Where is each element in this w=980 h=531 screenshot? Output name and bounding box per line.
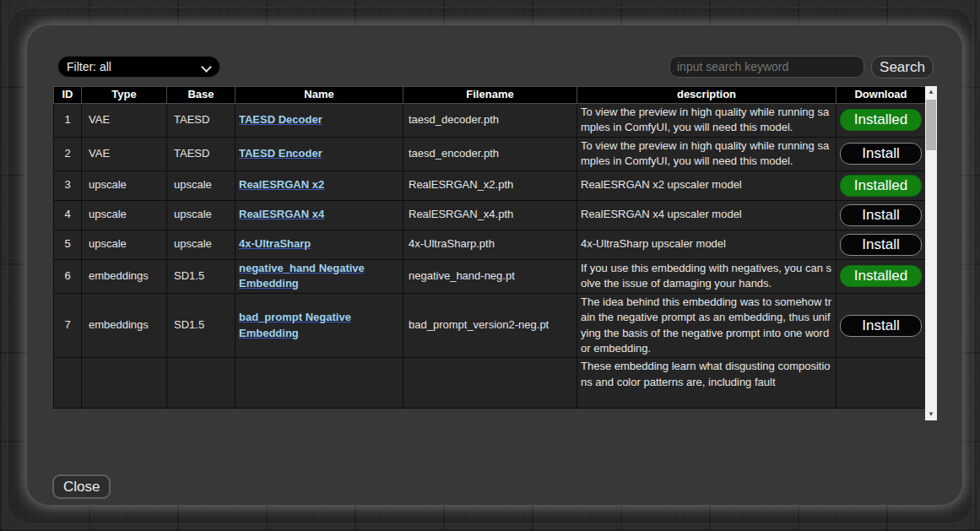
table-row: 4 upscale upscale RealESRGAN x4 RealESRG… (54, 200, 926, 230)
search-button[interactable]: Search (871, 56, 934, 79)
cell-filename: 4x-UltraSharp.pth (403, 230, 577, 259)
cell-type: VAE (82, 137, 167, 171)
cell-filename: RealESRGAN_x4.pth (403, 200, 577, 230)
search-input[interactable] (669, 56, 864, 78)
cell-base: TAESD (167, 103, 236, 137)
cell-filename: RealESRGAN_x2.pth (403, 171, 577, 200)
header-download: Download (837, 87, 926, 104)
cell-id: 2 (54, 137, 82, 171)
header-base: Base (167, 87, 236, 104)
cell-description: To view the preview in high quality whil… (577, 103, 837, 137)
cell-base: SD1.5 (167, 293, 236, 358)
table-row: 2 VAE TAESD TAESD Encoder taesd_encoder.… (54, 137, 926, 171)
close-button[interactable]: Close (52, 474, 111, 499)
header-description: description (577, 87, 837, 104)
cell-filename: taesd_encoder.pth (403, 137, 577, 171)
download-button[interactable]: Installed (840, 265, 922, 287)
download-button[interactable]: Install (840, 315, 922, 337)
cell-filename: taesd_decoder.pth (403, 103, 577, 137)
dialog-toolbar: Filter: all Search (52, 56, 937, 79)
filter-select-wrap: Filter: all (57, 56, 220, 78)
download-button[interactable]: Install (840, 234, 922, 256)
cell-type: embeddings (82, 293, 167, 358)
cell-id (54, 358, 82, 409)
model-name-link[interactable]: RealESRGAN x2 (239, 178, 324, 191)
scroll-down-icon[interactable]: ▼ (925, 409, 937, 420)
cell-id: 1 (54, 103, 82, 137)
cell-description: These embedding learn what disgusting co… (577, 358, 837, 409)
table-scrollbar[interactable]: ▲ ▼ (925, 86, 937, 420)
models-table: ID Type Base Name Filename description D… (53, 86, 926, 409)
download-button[interactable]: Install (840, 204, 922, 226)
table-row: 1 VAE TAESD TAESD Decoder taesd_decoder.… (54, 103, 926, 137)
table-row: 3 upscale upscale RealESRGAN x2 RealESRG… (54, 171, 926, 200)
cell-type: embeddings (82, 259, 167, 293)
cell-base: SD1.5 (167, 259, 236, 293)
cell-id: 4 (54, 200, 82, 230)
table-header-row: ID Type Base Name Filename description D… (54, 87, 926, 104)
table-row: 6 embeddings SD1.5 negative_hand Negativ… (54, 259, 926, 293)
cell-base: upscale (167, 171, 236, 200)
models-table-container: ID Type Base Name Filename description D… (53, 86, 937, 420)
cell-filename (403, 358, 577, 409)
filter-select[interactable]: Filter: all (57, 56, 220, 78)
header-filename: Filename (403, 87, 577, 104)
scrollbar-thumb[interactable] (926, 100, 936, 150)
table-row: 7 embeddings SD1.5 bad_prompt Negative E… (54, 293, 926, 358)
cell-filename: bad_prompt_version2-neg.pt (403, 293, 577, 358)
header-type: Type (82, 87, 167, 104)
cell-base: upscale (167, 200, 236, 230)
model-name-link[interactable]: 4x-UltraSharp (239, 237, 311, 250)
install-models-dialog: Filter: all Search ID Type Base Name (27, 25, 962, 505)
header-name: Name (236, 87, 403, 104)
cell-id: 5 (54, 230, 82, 259)
header-id: ID (54, 87, 82, 104)
download-button[interactable]: Installed (840, 109, 922, 131)
model-name-link[interactable]: TAESD Decoder (239, 113, 322, 126)
model-name-link[interactable]: bad_prompt Negative Embedding (239, 311, 351, 339)
cell-id: 3 (54, 171, 82, 200)
cell-type (82, 358, 167, 409)
cell-type: upscale (82, 200, 167, 230)
cell-description: 4x-UltraSharp upscaler model (577, 230, 837, 259)
cell-description: To view the preview in high quality whil… (577, 137, 837, 171)
table-row: 5 upscale upscale 4x-UltraSharp 4x-Ultra… (54, 230, 926, 259)
models-table-body: 1 VAE TAESD TAESD Decoder taesd_decoder.… (54, 103, 926, 409)
table-row: These embedding learn what disgusting co… (54, 358, 926, 409)
cell-type: VAE (82, 103, 167, 137)
cell-filename: negative_hand-neg.pt (403, 259, 577, 293)
model-name-link[interactable]: negative_hand Negative Embedding (239, 262, 365, 290)
model-name-link[interactable]: RealESRGAN x4 (239, 208, 324, 220)
model-name-link[interactable]: TAESD Encoder (239, 147, 322, 160)
cell-description: The idea behind this embedding was to so… (577, 293, 837, 358)
cell-id: 6 (54, 259, 82, 293)
cell-base: upscale (167, 230, 236, 259)
cell-description: RealESRGAN x4 upscaler model (577, 200, 837, 230)
cell-base (167, 358, 236, 409)
cell-description: If you use this embedding with negatives… (577, 259, 837, 293)
cell-base: TAESD (167, 137, 236, 171)
download-button[interactable]: Install (840, 143, 922, 165)
download-button[interactable]: Installed (840, 175, 922, 197)
graph-canvas: Filter: all Search ID Type Base Name (0, 0, 980, 531)
cell-type: upscale (82, 230, 167, 259)
scroll-up-icon[interactable]: ▲ (925, 86, 937, 98)
cell-description: RealESRGAN x2 upscaler model (577, 171, 837, 200)
cell-type: upscale (82, 171, 167, 200)
cell-id: 7 (54, 293, 82, 358)
